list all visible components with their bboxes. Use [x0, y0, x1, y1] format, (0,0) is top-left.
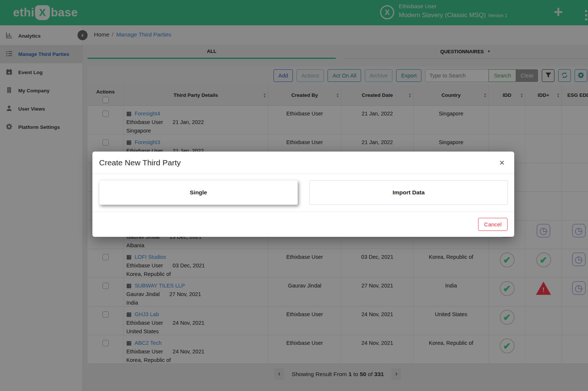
- modal-title: Create New Third Party: [99, 158, 181, 167]
- modal-footer: Cancel: [92, 212, 514, 237]
- modal-body: Single Import Data: [92, 174, 514, 212]
- single-button[interactable]: Single: [99, 180, 298, 205]
- create-third-party-modal: Create New Third Party × Single Import D…: [92, 152, 514, 237]
- close-icon[interactable]: ×: [499, 159, 505, 166]
- cancel-button[interactable]: Cancel: [478, 218, 508, 231]
- import-data-button[interactable]: Import Data: [309, 180, 508, 205]
- modal-header: Create New Third Party ×: [92, 152, 514, 174]
